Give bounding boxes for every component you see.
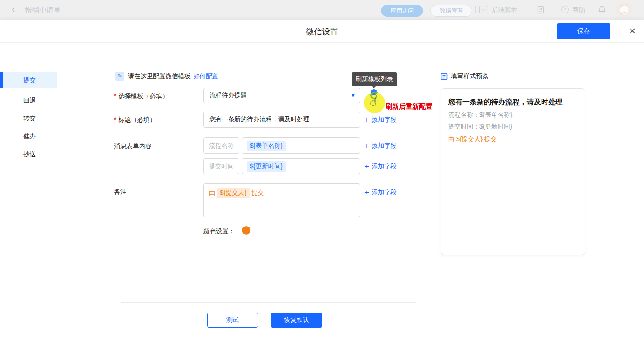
preview-line: 流程名称：${表单名称}: [448, 111, 512, 119]
content-row-value[interactable]: ${表单名称}: [242, 137, 360, 154]
config-note: 请在这里配置微信模板: [128, 73, 191, 81]
title-input[interactable]: 您有一条新的待办流程，请及时处理: [203, 112, 360, 128]
divider: [121, 302, 416, 303]
modal-header: 微信设置 保存 ×: [0, 20, 644, 43]
preview-card: 您有一条新的待办流程，请及时处理 流程名称：${表单名称} 提交时间：${更新时…: [441, 88, 585, 255]
plus-icon: +: [364, 162, 369, 171]
pencil-icon: ✎: [115, 72, 124, 81]
add-field-link-row1[interactable]: +添加字段: [364, 142, 397, 150]
help-button[interactable]: 帮助: [572, 6, 585, 14]
backend-script-button[interactable]: 后端脚本: [492, 6, 517, 14]
field-token[interactable]: ${更新时间}: [247, 161, 286, 172]
topbar: ‹ 报销申请单 应用访问 数据管理 </> 后端脚本 ? 帮助: [0, 0, 644, 20]
preview-header: 填写样式预览: [451, 73, 488, 81]
preview-footer: 由 ${提交人} 提交: [448, 135, 497, 143]
sidebar-item-cc[interactable]: 抄送: [0, 146, 57, 162]
save-button[interactable]: 保存: [557, 23, 610, 39]
back-icon[interactable]: ‹: [12, 4, 15, 15]
content-label: 消息表单内容: [114, 142, 152, 150]
refresh-tooltip: 刷新模板列表: [352, 72, 397, 86]
topbar-separator: [530, 6, 530, 13]
sidebar-item-submit[interactable]: 提交: [0, 72, 57, 88]
template-label: *选择模板（必填）: [114, 92, 168, 100]
data-manage-button[interactable]: 数据管理: [430, 5, 472, 17]
plus-icon: +: [364, 142, 369, 150]
contacts-icon[interactable]: [537, 6, 545, 14]
test-button[interactable]: 测试: [207, 313, 258, 328]
remark-label: 备注: [114, 188, 127, 196]
chevron-down-icon[interactable]: ▼: [351, 93, 356, 98]
template-select[interactable]: 流程待办提醒 ▼: [203, 88, 360, 103]
preview-title: 您有一条新的待办流程，请及时处理: [448, 98, 578, 107]
required-asterisk: *: [114, 92, 116, 99]
preview-doc-icon: [441, 73, 448, 80]
plus-icon: +: [364, 116, 369, 124]
sidebar-item-transfer[interactable]: 转交: [0, 110, 57, 126]
sidebar: 提交 回退 转交 催办 抄送: [0, 43, 57, 339]
sidebar-item-urge[interactable]: 催办: [0, 128, 57, 144]
add-field-link-remark[interactable]: +添加字段: [364, 188, 397, 197]
red-annotation-text: 刷新后重新配置: [386, 103, 432, 111]
bell-icon[interactable]: [598, 5, 606, 14]
title-label: *标题（必填）: [114, 116, 156, 124]
avatar[interactable]: [616, 2, 632, 18]
remark-content: 由${提交人}提交: [209, 188, 264, 198]
required-asterisk: *: [114, 116, 116, 123]
plus-icon: +: [364, 188, 369, 197]
content-row-key[interactable]: 提交时间: [203, 158, 239, 174]
modal-title: 微信设置: [0, 26, 644, 37]
code-icon[interactable]: </>: [479, 6, 488, 13]
add-field-link-title[interactable]: +添加字段: [364, 116, 397, 124]
breadcrumb-form-title: 报销申请单: [25, 6, 61, 15]
app-access-button[interactable]: 应用访问: [381, 5, 423, 17]
add-field-link-row2[interactable]: +添加字段: [364, 162, 397, 171]
close-icon[interactable]: ×: [624, 23, 640, 39]
app-root: ‹ 报销申请单 应用访问 数据管理 </> 后端脚本 ? 帮助: [0, 0, 644, 339]
divider: [422, 49, 422, 311]
sidebar-item-rollback[interactable]: 回退: [0, 92, 57, 108]
field-token[interactable]: ${提交人}: [217, 188, 250, 198]
topbar-separator: [475, 6, 476, 13]
preview-line: 提交时间：${更新时间}: [448, 123, 512, 131]
how-to-configure-link[interactable]: 如何配置: [193, 73, 218, 81]
content-row-key[interactable]: 流程名称: [203, 137, 239, 154]
wechat-settings-modal: 微信设置 保存 × 提交 回退 转交 催办 抄送 ✎ 请在这里配置微信模板 如何…: [0, 20, 644, 339]
color-swatch[interactable]: [242, 226, 250, 235]
help-icon[interactable]: ?: [561, 6, 569, 13]
template-select-value: 流程待办提醒: [209, 91, 247, 99]
select-divider: [345, 88, 345, 103]
topbar-separator: [554, 6, 554, 13]
field-token[interactable]: ${表单名称}: [247, 141, 286, 151]
reset-default-button[interactable]: 恢复默认: [271, 313, 322, 328]
color-label: 颜色设置：: [203, 227, 235, 236]
content-row-value[interactable]: ${更新时间}: [242, 158, 360, 174]
